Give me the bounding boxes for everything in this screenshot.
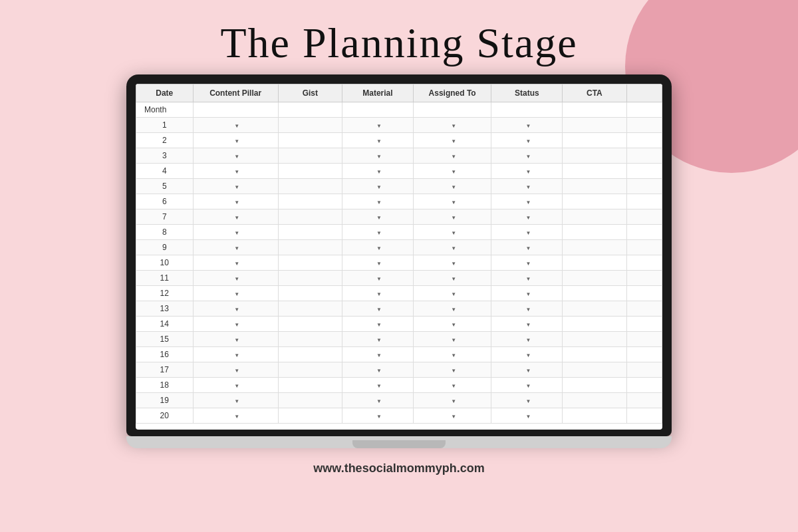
laptop-screen-bezel: Date Content Pillar Gist Material Assign…	[126, 74, 672, 436]
dropdown-arrow: ▼	[234, 215, 239, 221]
cell-content-pillar[interactable]: ▼	[193, 301, 278, 317]
cell-material[interactable]: ▼	[342, 317, 413, 332]
cell-material[interactable]: ▼	[342, 378, 413, 393]
cell-assigned-to[interactable]: ▼	[413, 179, 491, 194]
cell-material[interactable]: ▼	[342, 362, 413, 378]
table-row: 4▼▼▼▼	[136, 164, 662, 179]
cell-material[interactable]: ▼	[342, 332, 413, 347]
cell-material[interactable]: ▼	[342, 301, 413, 317]
cell-assigned-to[interactable]: ▼	[413, 301, 491, 317]
dropdown-arrow: ▼	[234, 383, 239, 389]
cell-content-pillar[interactable]: ▼	[193, 118, 278, 133]
cell-content-pillar[interactable]: ▼	[193, 271, 278, 286]
cell-content-pillar[interactable]: ▼	[193, 240, 278, 255]
cell-material[interactable]: ▼	[342, 286, 413, 301]
cell-status[interactable]: ▼	[491, 209, 563, 225]
cell-status[interactable]: ▼	[491, 133, 563, 148]
cell-assigned-to[interactable]: ▼	[413, 209, 491, 225]
header-row: Date Content Pillar Gist Material Assign…	[136, 84, 662, 102]
cell-material[interactable]: ▼	[342, 255, 413, 271]
cell-status[interactable]: ▼	[491, 317, 563, 332]
cell-status[interactable]: ▼	[491, 393, 563, 408]
cell-status[interactable]: ▼	[491, 194, 563, 209]
cell-content-pillar[interactable]: ▼	[193, 408, 278, 424]
cell-material[interactable]: ▼	[342, 194, 413, 209]
cell-extra	[626, 408, 662, 424]
cell-content-pillar[interactable]: ▼	[193, 393, 278, 408]
cell-status[interactable]: ▼	[491, 408, 563, 424]
dropdown-arrow: ▼	[525, 307, 531, 313]
cell-assigned-to[interactable]: ▼	[413, 362, 491, 378]
cell-content-pillar[interactable]: ▼	[193, 164, 278, 179]
cell-material[interactable]: ▼	[342, 271, 413, 286]
cell-assigned-to[interactable]: ▼	[413, 378, 491, 393]
cell-status[interactable]: ▼	[491, 301, 563, 317]
dropdown-arrow: ▼	[451, 138, 456, 144]
cell-content-pillar[interactable]: ▼	[193, 255, 278, 271]
cell-status[interactable]: ▼	[491, 378, 563, 393]
cell-material[interactable]: ▼	[342, 164, 413, 179]
cell-assigned-to[interactable]: ▼	[413, 347, 491, 362]
cell-content-pillar[interactable]: ▼	[193, 362, 278, 378]
cell-material[interactable]: ▼	[342, 179, 413, 194]
cell-cta	[563, 118, 626, 133]
cell-status[interactable]: ▼	[491, 255, 563, 271]
cell-material[interactable]: ▼	[342, 408, 413, 424]
cell-material[interactable]: ▼	[342, 393, 413, 408]
dropdown-arrow: ▼	[376, 398, 382, 404]
cell-content-pillar[interactable]: ▼	[193, 194, 278, 209]
month-gist	[278, 102, 342, 118]
dropdown-arrow: ▼	[376, 291, 382, 297]
cell-status[interactable]: ▼	[491, 347, 563, 362]
cell-content-pillar[interactable]: ▼	[193, 133, 278, 148]
cell-assigned-to[interactable]: ▼	[413, 225, 491, 240]
cell-assigned-to[interactable]: ▼	[413, 408, 491, 424]
cell-status[interactable]: ▼	[491, 332, 563, 347]
cell-content-pillar[interactable]: ▼	[193, 209, 278, 225]
cell-content-pillar[interactable]: ▼	[193, 286, 278, 301]
cell-assigned-to[interactable]: ▼	[413, 255, 491, 271]
cell-content-pillar[interactable]: ▼	[193, 148, 278, 164]
cell-assigned-to[interactable]: ▼	[413, 393, 491, 408]
table-row: 6▼▼▼▼	[136, 194, 662, 209]
dropdown-arrow: ▼	[525, 352, 531, 358]
cell-assigned-to[interactable]: ▼	[413, 148, 491, 164]
dropdown-arrow: ▼	[525, 414, 531, 420]
cell-assigned-to[interactable]: ▼	[413, 194, 491, 209]
cell-status[interactable]: ▼	[491, 362, 563, 378]
cell-assigned-to[interactable]: ▼	[413, 240, 491, 255]
cell-content-pillar[interactable]: ▼	[193, 332, 278, 347]
cell-content-pillar[interactable]: ▼	[193, 179, 278, 194]
cell-content-pillar[interactable]: ▼	[193, 378, 278, 393]
cell-status[interactable]: ▼	[491, 225, 563, 240]
cell-assigned-to[interactable]: ▼	[413, 133, 491, 148]
cell-assigned-to[interactable]: ▼	[413, 118, 491, 133]
cell-material[interactable]: ▼	[342, 133, 413, 148]
cell-content-pillar[interactable]: ▼	[193, 317, 278, 332]
dropdown-arrow: ▼	[376, 352, 382, 358]
cell-material[interactable]: ▼	[342, 148, 413, 164]
cell-status[interactable]: ▼	[491, 148, 563, 164]
cell-material[interactable]: ▼	[342, 240, 413, 255]
cell-material[interactable]: ▼	[342, 225, 413, 240]
cell-material[interactable]: ▼	[342, 118, 413, 133]
cell-assigned-to[interactable]: ▼	[413, 332, 491, 347]
url-text: www.thesocialmommyph.com	[313, 462, 484, 475]
cell-status[interactable]: ▼	[491, 286, 563, 301]
cell-material[interactable]: ▼	[342, 209, 413, 225]
cell-status[interactable]: ▼	[491, 240, 563, 255]
cell-status[interactable]: ▼	[491, 118, 563, 133]
cell-cta	[563, 332, 626, 347]
cell-assigned-to[interactable]: ▼	[413, 286, 491, 301]
cell-status[interactable]: ▼	[491, 179, 563, 194]
cell-date: 16	[136, 347, 194, 362]
cell-assigned-to[interactable]: ▼	[413, 271, 491, 286]
cell-status[interactable]: ▼	[491, 164, 563, 179]
cell-assigned-to[interactable]: ▼	[413, 164, 491, 179]
cell-date: 11	[136, 271, 194, 286]
cell-material[interactable]: ▼	[342, 347, 413, 362]
cell-assigned-to[interactable]: ▼	[413, 317, 491, 332]
cell-content-pillar[interactable]: ▼	[193, 225, 278, 240]
cell-status[interactable]: ▼	[491, 271, 563, 286]
cell-content-pillar[interactable]: ▼	[193, 347, 278, 362]
